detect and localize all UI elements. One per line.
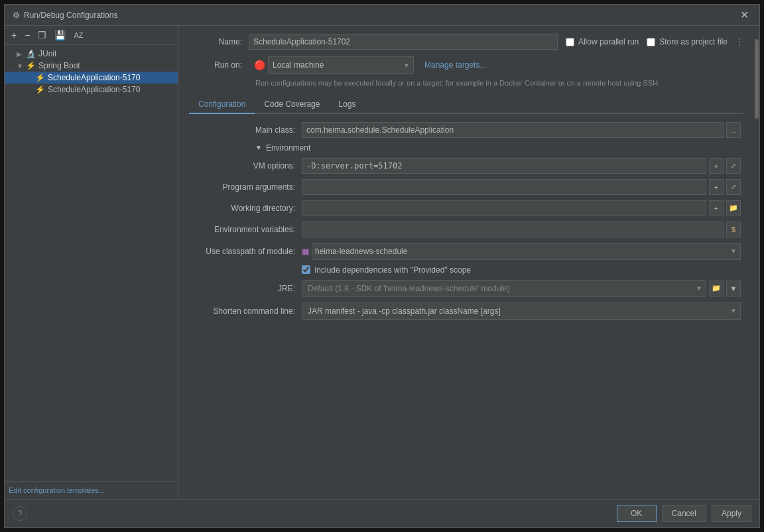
run-on-dropdown-wrapper: 🔴 Local machine ▼ <box>254 56 414 74</box>
scrollbar-thumb <box>755 39 759 119</box>
env-vars-input-wrap: $ <box>302 222 741 237</box>
store-project-row: Store as project file <box>647 37 728 46</box>
footer-left: ? <box>13 506 27 521</box>
remove-config-button[interactable]: − <box>22 29 32 42</box>
shorten-cmd-dropdown[interactable]: JAR manifest - java -cp classpath.jar cl… <box>302 302 741 320</box>
apply-button[interactable]: Apply <box>712 505 751 522</box>
run-on-row: Run on: 🔴 Local machine ▼ Manage targets… <box>189 56 743 74</box>
module-icon: ▦ <box>302 247 309 256</box>
shorten-cmd-row: Shorten command line: JAR manifest - jav… <box>189 302 741 320</box>
cancel-button[interactable]: Cancel <box>662 505 706 522</box>
name-label: Name: <box>189 37 249 46</box>
tab-code-coverage[interactable]: Code Coverage <box>255 96 329 114</box>
bottom-spacer <box>189 325 741 352</box>
close-button[interactable]: ✕ <box>737 10 751 21</box>
copy-config-button[interactable]: ❐ <box>35 29 49 42</box>
environment-section-header[interactable]: ▼ Environment <box>255 143 741 153</box>
working-dir-browse-button[interactable]: 📁 <box>726 200 741 216</box>
env-vars-row: Environment variables: $ <box>189 222 741 237</box>
working-dir-input[interactable] <box>302 200 706 216</box>
springboot-icon: ⚡ <box>26 61 36 70</box>
dialog-body: + − ❐ 💾 AZ ▶ 🔬 JUnit ▼ ⚡ Spring Bo <box>5 26 759 499</box>
footer-right: OK Cancel Apply <box>617 505 751 522</box>
save-config-button[interactable]: 💾 <box>52 29 68 42</box>
store-project-checkbox[interactable] <box>647 38 655 46</box>
vm-options-input[interactable] <box>302 158 706 174</box>
program-args-add-button[interactable]: + <box>709 179 724 195</box>
dialog-title-text: Run/Debug Configurations <box>24 11 117 20</box>
run-on-info: Run configurations may be executed local… <box>255 78 743 89</box>
shorten-cmd-label: Shorten command line: <box>189 306 302 316</box>
tree-item-junit[interactable]: ▶ 🔬 JUnit <box>5 48 178 60</box>
program-args-input[interactable] <box>302 179 706 195</box>
dialog-footer: ? OK Cancel Apply <box>5 499 759 527</box>
help-button[interactable]: ? <box>13 506 27 521</box>
run-debug-dialog: ⚙ Run/Debug Configurations ✕ + − ❐ 💾 AZ … <box>4 4 760 528</box>
include-deps-label: Include dependencies with "Provided" sco… <box>314 265 471 275</box>
shorten-cmd-dropdown-wrap: JAR manifest - java -cp classpath.jar cl… <box>302 302 741 320</box>
vm-options-add-button[interactable]: + <box>709 158 724 174</box>
add-config-button[interactable]: + <box>9 29 19 42</box>
header-right: Allow parallel run Store as project file… <box>566 37 743 46</box>
dialog-title-icon: ⚙ <box>13 11 20 20</box>
working-dir-add-button[interactable]: + <box>709 200 724 216</box>
main-class-browse-button[interactable]: … <box>726 122 741 138</box>
left-toolbar: + − ❐ 💾 AZ <box>5 26 178 45</box>
classpath-label: Use classpath of module: <box>189 247 302 256</box>
store-project-label: Store as project file <box>659 37 728 46</box>
env-vars-label: Environment variables: <box>189 225 302 234</box>
main-class-input[interactable] <box>302 122 724 138</box>
allow-parallel-checkbox[interactable] <box>566 38 574 46</box>
include-deps-checkbox[interactable] <box>302 265 310 274</box>
schedule2-icon: ⚡ <box>35 85 45 94</box>
vm-options-expand-button[interactable]: ⤢ <box>726 158 741 174</box>
right-panel: Name: Allow parallel run Store as projec… <box>178 26 754 499</box>
tree-item-schedule1[interactable]: ⚡ ScheduleApplication-5170 <box>5 72 178 84</box>
junit-icon: 🔬 <box>26 49 36 58</box>
program-args-expand-button[interactable]: ⤢ <box>726 179 741 195</box>
jre-browse-button[interactable]: 📁 <box>709 281 724 297</box>
manage-targets-link[interactable]: Manage targets... <box>424 60 486 70</box>
jre-label: JRE: <box>189 284 302 293</box>
allow-parallel-row: Allow parallel run <box>566 37 639 46</box>
working-dir-row: Working directory: + 📁 <box>189 200 741 216</box>
schedule1-icon: ⚡ <box>35 73 45 82</box>
name-input[interactable] <box>249 34 558 50</box>
edit-templates-link[interactable]: Edit configuration templates... <box>9 486 105 494</box>
dialog-titlebar: ⚙ Run/Debug Configurations ✕ <box>5 5 759 26</box>
vm-options-row: VM options: + ⤢ <box>189 158 741 174</box>
scrollbar-track[interactable] <box>754 26 759 499</box>
working-dir-label: Working directory: <box>189 204 302 213</box>
jre-dropdown[interactable]: Default (1.8 - SDK of 'heima-leadnews-sc… <box>302 280 706 297</box>
config-content: Main class: … ▼ Environment VM options: <box>189 122 743 499</box>
classpath-dropdown[interactable]: heima-leadnews-schedule <box>312 243 741 260</box>
ok-button[interactable]: OK <box>617 505 657 522</box>
vm-options-label: VM options: <box>189 161 302 170</box>
env-vars-dollar-button[interactable]: $ <box>726 222 741 237</box>
sort-config-button[interactable]: AZ <box>71 30 86 40</box>
jre-dropdown-btn[interactable]: ▼ <box>726 281 741 297</box>
jre-input-wrap: Default (1.8 - SDK of 'heima-leadnews-sc… <box>302 280 741 297</box>
main-class-label: Main class: <box>189 125 302 135</box>
tree-area: ▶ 🔬 JUnit ▼ ⚡ Spring Boot ⚡ ScheduleAppl… <box>5 45 178 481</box>
run-on-label: Run on: <box>189 60 249 70</box>
classpath-row: Use classpath of module: ▦ heima-leadnew… <box>189 243 741 260</box>
allow-parallel-label: Allow parallel run <box>578 37 639 46</box>
classpath-dropdown-wrap: ▦ heima-leadnews-schedule ▼ <box>302 243 741 260</box>
env-vars-input[interactable] <box>302 222 724 237</box>
tab-logs[interactable]: Logs <box>329 96 365 114</box>
tree-label-junit: JUnit <box>38 49 56 58</box>
left-panel: + − ❐ 💾 AZ ▶ 🔬 JUnit ▼ ⚡ Spring Bo <box>5 26 178 499</box>
jre-dropdown-wrap: Default (1.8 - SDK of 'heima-leadnews-sc… <box>302 280 706 297</box>
tab-configuration[interactable]: Configuration <box>189 96 255 114</box>
left-footer: Edit configuration templates... <box>5 481 178 499</box>
tabs: Configuration Code Coverage Logs <box>189 96 743 114</box>
tree-caret-springboot: ▼ <box>17 62 23 70</box>
run-on-select[interactable]: Local machine <box>268 56 414 74</box>
tree-label-schedule1: ScheduleApplication-5170 <box>48 73 140 82</box>
tree-item-schedule2[interactable]: ⚡ ScheduleApplication-5170 <box>5 84 178 96</box>
tree-item-springboot[interactable]: ▼ ⚡ Spring Boot <box>5 60 178 72</box>
tree-label-schedule2: ScheduleApplication-5170 <box>48 85 140 94</box>
program-args-row: Program arguments: + ⤢ <box>189 179 741 195</box>
jre-row: JRE: Default (1.8 - SDK of 'heima-leadne… <box>189 280 741 297</box>
